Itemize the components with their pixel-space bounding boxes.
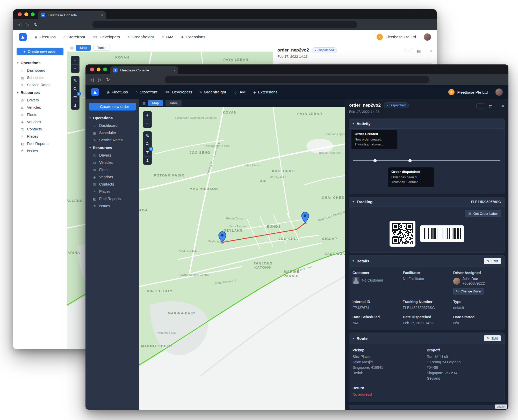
org-switcher[interactable]: F Fleetbase Pte Ltd [377,34,416,40]
fleetbase-logo[interactable] [19,33,27,41]
layout-toggle-icon[interactable]: ▦ [142,101,146,105]
table-view-button[interactable]: Table [166,100,182,106]
nav-item[interactable]: </>Developers [93,35,120,39]
browser-tab[interactable]: Fleetbase Console × [110,66,178,74]
browser-forward-icon[interactable]: ▷ [26,23,29,27]
browser-reload-icon[interactable]: ↻ [34,23,38,27]
nav-item[interactable]: ≈Greenfreight [128,35,154,39]
sidebar-item[interactable]: ◫Contacts [13,126,67,133]
street-view-icon[interactable] [71,101,79,109]
sidebar-item[interactable]: ⌖Places [13,133,67,140]
sidebar-item[interactable]: ⊞Fleets [13,111,67,118]
sidebar-item[interactable]: ✎Service Rates [13,81,67,89]
sidebar-item[interactable]: ⌖Places [85,188,139,195]
zoom-window-button[interactable] [103,68,107,71]
sidebar-item[interactable]: ▦Scheduler [85,129,139,136]
map-view-button[interactable]: Map [148,100,163,106]
layers-icon[interactable]: 0 [143,148,152,156]
route-card-header[interactable]: ▾ Route ✎Edit [349,333,505,344]
change-driver-button[interactable]: ↻Change Driver [453,288,484,294]
draw-tool-icon[interactable]: ✎ [71,76,79,85]
user-avatar[interactable] [424,33,431,41]
org-switcher[interactable]: F Fleetbase Pte Ltd [448,89,488,95]
minimize-panel-icon[interactable]: − [424,49,427,53]
street-view-icon[interactable] [143,156,152,165]
sidebar-item[interactable]: ✎Service Rates [85,136,139,144]
browser-back-icon[interactable]: ◁ [90,78,93,82]
sidebar-item[interactable]: ⌂Dashboard [13,67,67,74]
minimize-window-button[interactable] [24,12,28,16]
nav-item[interactable]: </>Developers [165,90,192,94]
create-order-button[interactable]: +Create new order [17,48,63,55]
sidebar-item[interactable]: ◈Vendors [13,118,67,126]
nav-item[interactable]: ◆Extensions [181,35,205,39]
zoom-out-button[interactable]: − [143,120,152,128]
sidebar-item[interactable]: ◧Fuel Reports [13,140,67,147]
close-panel-icon[interactable]: × [430,49,433,53]
leaflet-attribution[interactable]: Leaflet [495,404,507,409]
nav-item[interactable]: ◉FleetOps [107,90,128,94]
sidebar-group-operations[interactable]: ▾Operations [85,114,139,122]
sidebar-group-resources[interactable]: ▾Resources [13,89,67,97]
layers-icon[interactable]: 0 [71,93,79,101]
close-panel-icon[interactable]: × [502,104,504,108]
user-avatar[interactable] [495,89,503,96]
zoom-window-button[interactable] [31,12,35,16]
minimize-window-button[interactable] [97,68,100,71]
sidebar-item[interactable]: ◧Fuel Reports [85,195,139,202]
nav-item[interactable]: ◉FleetOps [34,35,56,39]
browser-reload-icon[interactable]: ↻ [106,78,110,82]
browser-forward-icon[interactable]: ▷ [98,78,102,82]
minimize-panel-icon[interactable]: − [496,104,498,108]
nav-item[interactable]: ◇IAM [234,90,246,94]
tab-close-icon[interactable]: × [173,68,175,72]
timeline-dot[interactable] [408,159,412,162]
sidebar-item[interactable]: ⊟Vehicles [85,159,139,166]
edit-details-button[interactable]: ✎Edit [484,258,501,264]
nav-item[interactable]: ≈Greenfreight [200,90,226,94]
edit-route-button[interactable]: ✎Edit [484,335,501,341]
sidebar-item[interactable]: ◎Drivers [13,97,67,104]
nav-item[interactable]: ◇IAM [162,35,173,39]
sidebar-item[interactable]: ◈Vendors [85,173,139,181]
zoom-in-button[interactable]: + [71,56,79,64]
fleetbase-logo[interactable] [91,88,99,96]
address-bar[interactable] [165,76,429,83]
sidebar-group-operations[interactable]: ▾Operations [13,59,67,67]
sidebar-item[interactable]: ⊟Vehicles [13,104,67,111]
map-canvas[interactable]: KOVANPAYA LEBARJOO SENGKAKI BUKITPOTONG … [139,107,345,410]
sidebar-item[interactable]: ▦Scheduler [13,74,67,81]
more-options-icon[interactable]: ⋯ [476,103,485,108]
nav-item[interactable]: ⌂Storefront [63,35,85,39]
tab-close-icon[interactable]: × [101,13,103,17]
layout-toggle-icon[interactable]: ▦ [70,46,73,50]
sidebar-item[interactable]: ◫Contacts [85,181,139,188]
browser-tab[interactable]: Fleetbase Console × [38,11,106,19]
sidebar-item[interactable]: ⌂Dashboard [85,122,139,129]
close-window-button[interactable] [18,12,22,16]
more-options-icon[interactable]: ⋯ [405,48,413,53]
create-order-button[interactable]: +Create new order [89,103,136,110]
browser-back-icon[interactable]: ◁ [18,23,21,27]
zoom-out-button[interactable]: − [71,64,79,73]
timeline-track[interactable] [353,160,500,161]
timeline-dot[interactable] [373,159,377,162]
table-view-button[interactable]: Table [93,45,110,51]
close-window-button[interactable] [90,68,94,71]
sidebar-item[interactable]: ⊞Fleets [85,166,139,173]
archive-icon[interactable]: ▤ [489,104,492,108]
get-order-label-button[interactable]: ▥Get Order Label [465,210,501,217]
nav-item[interactable]: ⌂Storefront [136,90,157,94]
details-card-header[interactable]: ▾ Details ✎Edit [349,255,505,267]
zoom-in-button[interactable]: + [143,111,152,120]
sidebar-item[interactable]: ⚑Issues [13,147,67,154]
address-bar[interactable] [92,21,357,28]
map-view-button[interactable]: Map [76,45,90,51]
sidebar-item[interactable]: ◎Drivers [85,152,139,159]
draw-tool-icon[interactable]: ✎ [143,131,152,140]
activity-card-header[interactable]: ▾Activity [349,119,505,129]
sidebar-item[interactable]: ⚑Issues [85,202,139,210]
nav-item[interactable]: ◆Extensions [253,90,277,94]
tracking-card-header[interactable]: ▾ Tracking FLE4452350676SG [349,197,505,207]
archive-icon[interactable]: ▤ [417,49,421,53]
